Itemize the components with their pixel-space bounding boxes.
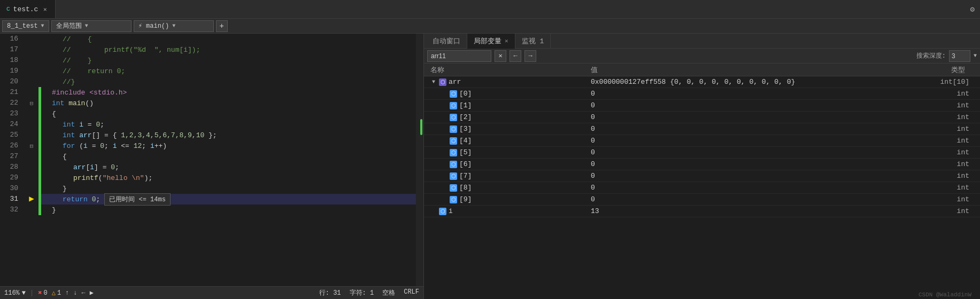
function-dropdown-arrow: ▼ (172, 23, 175, 29)
settings-icon[interactable]: ⚙ (965, 5, 980, 14)
variable-icon: ⬡ (450, 184, 457, 192)
search-depth-label: 搜索深度: (916, 51, 946, 60)
var-table-row[interactable]: ⬡[4]0int (424, 135, 980, 147)
var-table-row[interactable]: ⬡[1]0int (424, 100, 980, 112)
fold-icon[interactable]: ⊟ (30, 143, 34, 150)
var-value-cell: 0 (587, 101, 914, 109)
zoom-level[interactable]: 116% ▼ (4, 289, 26, 297)
var-type-cell: int (914, 125, 978, 133)
line-info: 行: 31 (319, 288, 341, 297)
var-table-row[interactable]: ⬡[5]0int (424, 147, 980, 159)
space-info: 空格 (382, 288, 395, 297)
line-numbers: 1617181920212223242526272829303132 (0, 34, 25, 286)
tab-local-vars-close[interactable]: ✕ (505, 37, 508, 44)
minimap-scrollbar[interactable] (416, 34, 423, 286)
variable-icon: ⬡ (450, 90, 457, 98)
var-table-row[interactable]: ⬡[8]0int (424, 182, 980, 194)
variable-icon: ⬡ (439, 208, 446, 215)
watch-nav-next[interactable]: → (524, 50, 536, 62)
tab-label: test.c (13, 5, 38, 13)
var-value-cell: 0 (587, 195, 914, 203)
var-table-row[interactable]: ⬡i13int (424, 206, 980, 217)
tab-local-vars[interactable]: 局部变量 ✕ (467, 34, 515, 49)
line-number: 26 (0, 140, 25, 151)
scope-dropdown[interactable]: 全局范围 ▼ (51, 20, 132, 32)
code-line: printf("hello \n"); (41, 172, 416, 183)
function-dropdown[interactable]: ⚡ main() ▼ (134, 20, 214, 32)
nav-up[interactable]: ↑ (65, 289, 69, 297)
var-table-row[interactable]: ⬡[9]0int (424, 194, 980, 206)
variable-icon: ⬡ (450, 149, 457, 156)
code-line: // { (41, 34, 416, 44)
nav-left[interactable]: ← (82, 289, 86, 297)
status-sep-1: | (30, 289, 34, 297)
scope-dropdown-arrow: ▼ (85, 23, 88, 29)
var-table-row[interactable]: ⬡[2]0int (424, 112, 980, 123)
zoom-arrow: ▼ (22, 289, 26, 297)
status-bar: 116% ▼ | ✖ 0 △ 1 ↑ ↓ ← ▶ 行: 31 字符: 1 空格 … (0, 286, 423, 299)
code-line: // return 0; (41, 66, 416, 76)
line-number: 21 (0, 87, 25, 98)
var-type-cell: int (914, 137, 978, 145)
file-dropdown[interactable]: 8_1_test ▼ (2, 20, 49, 32)
tab-watch1[interactable]: 监视 1 (515, 34, 551, 49)
tab-close-button[interactable]: ✕ (41, 5, 49, 13)
code-column[interactable]: // {// printf("%d ", num[i]);// }// retu… (41, 34, 416, 286)
col-value-header: 值 (587, 65, 914, 75)
scope-dropdown-label: 全局范围 (56, 21, 82, 30)
var-value-cell: 13 (587, 207, 914, 215)
line-number: 25 (0, 130, 25, 140)
var-type-cell: int (914, 160, 978, 168)
add-watch-button[interactable]: + (216, 20, 228, 32)
expand-icon[interactable]: ▼ (430, 79, 437, 85)
tab-auto-window[interactable]: 自动窗口 (426, 34, 467, 49)
code-line: arr[i] = 0; (41, 162, 416, 172)
debug-tabs-bar: 自动窗口 局部变量 ✕ 监视 1 (424, 34, 980, 49)
nav-down[interactable]: ↓ (73, 289, 77, 297)
var-table-row[interactable]: ⬡[0]0int (424, 88, 980, 100)
line-number: 20 (0, 76, 25, 87)
editor-toolbar: 8_1_test ▼ 全局范围 ▼ ⚡ main() ▼ + (0, 19, 980, 34)
code-line: // printf("%d ", num[i]); (41, 44, 416, 55)
var-type-cell: int (914, 195, 978, 203)
var-type-cell: int (914, 90, 978, 98)
code-line: int main() (41, 98, 416, 108)
code-line: //} (41, 76, 416, 87)
file-dropdown-arrow: ▼ (41, 23, 44, 29)
search-depth-dropdown-arrow[interactable]: ▼ (974, 53, 977, 59)
line-number: 22 (0, 98, 25, 108)
var-type-cell: int[10] (914, 78, 978, 86)
var-type-cell: int (914, 101, 978, 109)
line-number: 23 (0, 108, 25, 119)
code-area[interactable]: 1617181920212223242526272829303132 ⊟⊟▶ /… (0, 34, 423, 286)
var-table-row[interactable]: ⬡[7]0int (424, 170, 980, 182)
line-number: 16 (0, 34, 25, 44)
line-number: 32 (0, 204, 25, 215)
crlf-info: CRLF (404, 288, 419, 297)
nav-right[interactable]: ▶ (90, 289, 94, 297)
scroll-indicator-green (420, 119, 422, 135)
var-table-row[interactable]: ▼⬡arr0x0000000127eff558 {0, 0, 0, 0, 0, … (424, 76, 980, 88)
watch-delete-button[interactable]: ✕ (495, 50, 506, 62)
line-number: 24 (0, 119, 25, 130)
var-value-cell: 0 (587, 148, 914, 156)
var-table-row[interactable]: ⬡[3]0int (424, 123, 980, 135)
var-type-cell: int (914, 148, 978, 156)
line-number: 31 (0, 194, 25, 204)
var-table-row[interactable]: ⬡[6]0int (424, 159, 980, 170)
editor-panel: 1617181920212223242526272829303132 ⊟⊟▶ /… (0, 34, 424, 299)
tab-test-c[interactable]: C test.c ✕ (0, 0, 56, 18)
tab-watch1-label: 监视 1 (522, 36, 544, 46)
main-area: 1617181920212223242526272829303132 ⊟⊟▶ /… (0, 34, 980, 299)
watch-nav-prev[interactable]: ← (510, 50, 521, 62)
code-line: { (41, 151, 416, 162)
watch-expression-input[interactable] (427, 50, 491, 62)
warning-indicator[interactable]: △ 1 (52, 289, 61, 297)
var-value-cell: 0 (587, 90, 914, 98)
fold-icon[interactable]: ⊟ (30, 100, 34, 107)
var-value-cell: 0x0000000127eff558 {0, 0, 0, 0, 0, 0, 0,… (587, 78, 914, 86)
search-depth-input[interactable] (949, 50, 970, 62)
code-line: } (41, 204, 416, 215)
error-indicator[interactable]: ✖ 0 (38, 289, 47, 297)
gutter: ⊟⊟▶ (25, 34, 38, 286)
